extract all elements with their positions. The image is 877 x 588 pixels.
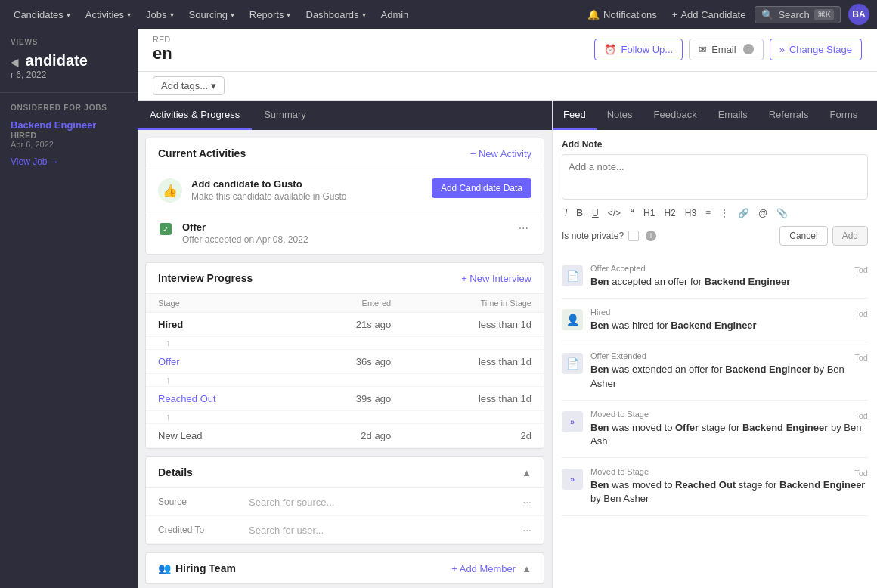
sidebar-candidate-name: ◀ andidate bbox=[0, 49, 138, 70]
activity-gusto-title: Add candidate to Gusto bbox=[191, 178, 423, 190]
interview-progress-section: Interview Progress + New Interview Stage… bbox=[145, 262, 544, 449]
email-button[interactable]: ✉ Email i bbox=[689, 39, 764, 60]
feed-header-row-hired: Hired Tod bbox=[590, 308, 868, 319]
nav-avatar[interactable]: BA bbox=[848, 4, 869, 25]
left-tab-bar: Activities & Progress Summary bbox=[138, 101, 552, 130]
source-more-button[interactable]: ··· bbox=[522, 496, 531, 508]
offer-item: ✓ Offer Offer accepted on Apr 08, 2022 ·… bbox=[146, 212, 544, 254]
add-candidate-data-button[interactable]: Add Candidate Data bbox=[432, 178, 531, 198]
toolbar-h1[interactable]: H1 bbox=[640, 206, 658, 220]
nav-activities[interactable]: Activities ▾ bbox=[79, 6, 137, 23]
toolbar-mention[interactable]: @ bbox=[755, 206, 770, 220]
add-note-label: Add Note bbox=[562, 139, 868, 150]
toolbar-attach[interactable]: 📎 bbox=[773, 206, 791, 220]
stage-offer[interactable]: Offer bbox=[146, 350, 296, 374]
tab-forms[interactable]: Forms bbox=[819, 101, 868, 130]
sidebar-view-job-link[interactable]: View Job → bbox=[0, 153, 138, 170]
tab-feed[interactable]: Feed bbox=[553, 101, 597, 130]
toolbar-quote[interactable]: ❝ bbox=[627, 206, 637, 220]
hiring-team-icon: 👥 bbox=[158, 562, 171, 574]
nav-search[interactable]: 🔍 Search ⌘K bbox=[755, 6, 841, 23]
hiring-chevron-icon[interactable]: ▲ bbox=[522, 563, 531, 574]
feed-doc-icon: 📄 bbox=[562, 265, 583, 286]
details-title: Details bbox=[158, 466, 193, 478]
chevron-down-icon: ▾ bbox=[362, 11, 366, 19]
candidate-header-actions: ⏰ Follow Up... ✉ Email i » Change Stage bbox=[594, 39, 862, 60]
toolbar-code[interactable]: </> bbox=[605, 206, 624, 220]
new-activity-button[interactable]: + New Activity bbox=[470, 148, 531, 159]
chevron-down-icon: ▾ bbox=[231, 11, 234, 19]
chevron-down-icon: ▾ bbox=[127, 11, 131, 19]
feed-event-hired: Hired bbox=[590, 308, 610, 317]
toolbar-h3[interactable]: H3 bbox=[682, 206, 699, 220]
feed-text-4: Ben was moved to Offer stage for Backend… bbox=[590, 421, 868, 448]
nav-notifications[interactable]: 🔔 Notifications bbox=[581, 6, 663, 23]
nav-jobs[interactable]: Jobs ▾ bbox=[140, 6, 179, 23]
table-row: New Lead 2d ago 2d bbox=[146, 424, 544, 448]
details-chevron-icon[interactable]: ▲ bbox=[522, 467, 531, 478]
stage-reached-out[interactable]: Reached Out bbox=[146, 387, 296, 411]
follow-up-button[interactable]: ⏰ Follow Up... bbox=[594, 39, 683, 60]
activity-gusto-content: Add candidate to Gusto Make this candida… bbox=[191, 178, 423, 202]
candidate-header-left: RED en bbox=[153, 35, 172, 63]
offer-content: Offer Offer accepted on Apr 08, 2022 bbox=[182, 221, 507, 245]
feed-item-offer-accepted: 📄 Offer Accepted Tod Ben accepted an off… bbox=[562, 255, 868, 299]
add-candidate-button[interactable]: + Add Candidate bbox=[666, 6, 752, 23]
toolbar-bold[interactable]: B bbox=[573, 206, 586, 220]
change-stage-button[interactable]: » Change Stage bbox=[770, 39, 862, 60]
tab-feedback[interactable]: Feedback bbox=[643, 101, 708, 130]
right-panel: Feed Notes Feedback Emails Referrals bbox=[552, 101, 877, 588]
is-note-private-label: Is note private? bbox=[562, 231, 624, 241]
cancel-note-button[interactable]: Cancel bbox=[779, 226, 827, 246]
tab-referrals[interactable]: Referrals bbox=[758, 101, 820, 130]
time-offer: less than 1d bbox=[403, 350, 544, 374]
nav-sourcing[interactable]: Sourcing ▾ bbox=[183, 6, 240, 23]
nav-admin[interactable]: Admin bbox=[375, 6, 415, 23]
details-header: Details ▲ bbox=[146, 457, 544, 488]
add-tags-button[interactable]: Add tags... ▾ bbox=[153, 76, 225, 95]
toolbar-italic[interactable]: I bbox=[562, 206, 570, 220]
arrows-icon: » bbox=[779, 44, 785, 55]
sidebar-job-date: Apr 6, 2022 bbox=[11, 140, 127, 149]
toolbar-ol[interactable]: ⋮ bbox=[717, 206, 732, 220]
feed-item-moved-offer: » Moved to Stage Tod Ben was moved to Of… bbox=[562, 401, 868, 458]
toolbar-link[interactable]: 🔗 bbox=[735, 206, 752, 220]
feed-item-moved-reached-out: » Moved to Stage Tod Ben was moved to Re… bbox=[562, 458, 868, 515]
email-icon: ✉ bbox=[699, 44, 707, 55]
feed-item-content-offer-ext: Offer Extended Tod Ben was extended an o… bbox=[590, 351, 868, 390]
credited-row: Credited To Search for user... ··· bbox=[146, 516, 544, 544]
content-body: Activities & Progress Summary Current Ac… bbox=[138, 101, 877, 588]
toolbar-ul[interactable]: ≡ bbox=[702, 206, 714, 220]
note-private-row: Is note private? i bbox=[562, 231, 656, 241]
note-textarea[interactable] bbox=[562, 154, 868, 200]
add-member-button[interactable]: + Add Member bbox=[451, 563, 516, 574]
tab-notes[interactable]: Notes bbox=[597, 101, 643, 130]
credited-label: Credited To bbox=[158, 525, 249, 535]
table-row: Hired 21s ago less than 1d bbox=[146, 313, 544, 337]
feed-event-offer-extended: Offer Extended bbox=[590, 351, 646, 361]
col-stage: Stage bbox=[146, 294, 296, 313]
chevron-down-icon: ▾ bbox=[287, 11, 290, 19]
offer-more-button[interactable]: ··· bbox=[516, 221, 531, 235]
sidebar-collapse-icon[interactable]: ◀ bbox=[11, 57, 18, 68]
tab-activities-progress[interactable]: Activities & Progress bbox=[138, 101, 252, 130]
note-actions-row: Is note private? i Cancel Add bbox=[562, 226, 868, 246]
entered-reached-out: 39s ago bbox=[296, 387, 403, 411]
entered-hired: 21s ago bbox=[296, 313, 403, 337]
nav-candidates[interactable]: Candidates ▾ bbox=[8, 6, 76, 23]
note-private-checkbox[interactable] bbox=[628, 231, 639, 241]
current-activities-title: Current Activities bbox=[158, 147, 246, 159]
toolbar-underline[interactable]: U bbox=[589, 206, 602, 220]
chevron-down-icon: ▾ bbox=[211, 80, 216, 91]
nav-reports[interactable]: Reports ▾ bbox=[243, 6, 297, 23]
tab-summary[interactable]: Summary bbox=[252, 101, 318, 130]
credited-more-button[interactable]: ··· bbox=[522, 524, 531, 536]
nav-dashboards[interactable]: Dashboards ▾ bbox=[299, 6, 371, 23]
tab-emails[interactable]: Emails bbox=[708, 101, 758, 130]
feed-header-row-moved-offer: Moved to Stage Tod bbox=[590, 410, 868, 421]
new-interview-button[interactable]: + New Interview bbox=[461, 273, 531, 284]
feed-arrows-icon-2: » bbox=[562, 469, 583, 490]
add-note-button[interactable]: Add bbox=[832, 226, 868, 246]
feed-header-row: Offer Accepted Tod bbox=[590, 264, 868, 275]
toolbar-h2[interactable]: H2 bbox=[661, 206, 678, 220]
